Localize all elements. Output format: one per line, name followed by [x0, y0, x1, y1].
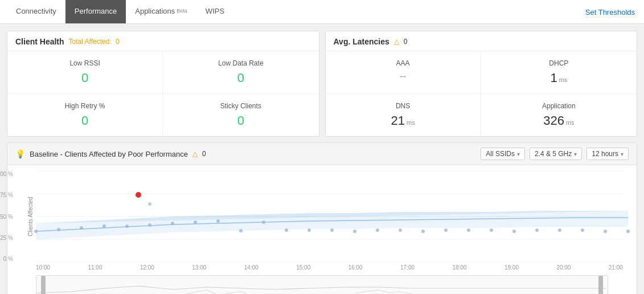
avg-latencies-grid: AAA -- DHCP 1 ms DNS 21 — [326, 51, 637, 136]
svg-point-26 — [421, 230, 425, 233]
beta-badge: Beta — [177, 8, 187, 14]
lat-cell-dns: DNS 21 ms — [326, 94, 481, 136]
svg-point-34 — [604, 230, 607, 233]
main-content: Client Health Total Affected: 0 Low RSSI… — [0, 24, 644, 294]
baseline-title: Baseline - Clients Affected by Poor Perf… — [30, 150, 188, 158]
baseline-panel: 💡 Baseline - Clients Affected by Poor Pe… — [7, 142, 637, 294]
ch-cell-sticky-clients: Sticky Clients 0 — [163, 94, 318, 136]
ch-cell-low-rssi: Low RSSI 0 — [7, 51, 163, 94]
svg-point-11 — [125, 224, 129, 228]
svg-point-27 — [444, 228, 448, 232]
avg-latencies-header: Avg. Latencies △ 0 — [326, 31, 637, 51]
svg-point-7 — [34, 230, 38, 233]
svg-point-33 — [581, 228, 584, 232]
filter-time[interactable]: 12 hours — [586, 148, 629, 160]
tab-wips[interactable]: WIPS — [196, 0, 233, 23]
svg-point-15 — [136, 192, 141, 198]
svg-point-30 — [512, 230, 516, 233]
y-ticks: 100 % 75 % 50 % 25 % 0 % — [0, 171, 13, 262]
svg-point-14 — [148, 202, 151, 206]
svg-point-12 — [148, 223, 151, 227]
y-axis-label: Clients Affected — [27, 197, 34, 236]
baseline-filters: All SSIDs 2.4 & 5 GHz 12 hours — [481, 148, 629, 160]
baseline-header: 💡 Baseline - Clients Affected by Poor Pe… — [7, 143, 637, 165]
svg-point-10 — [102, 224, 106, 228]
total-affected-label: Total Affected: 0 — [69, 38, 120, 46]
lat-cell-dhcp: DHCP 1 ms — [481, 51, 637, 94]
svg-point-21 — [307, 228, 311, 232]
avg-latencies-alert-count: 0 — [404, 38, 408, 46]
svg-marker-6 — [36, 211, 628, 239]
filter-frequency[interactable]: 2.4 & 5 GHz — [530, 148, 582, 160]
baseline-alert-count: 0 — [202, 150, 206, 158]
svg-point-29 — [490, 228, 493, 232]
svg-point-19 — [262, 220, 265, 224]
tab-applications[interactable]: Applications Beta — [126, 0, 196, 23]
svg-point-22 — [330, 228, 334, 232]
chart-container: Clients Affected 100 % 75 % 50 % 25 % 0 … — [15, 171, 629, 262]
avg-latencies-panel: Avg. Latencies △ 0 AAA -- DHCP 1 ms — [325, 31, 638, 137]
svg-point-8 — [57, 228, 60, 231]
svg-point-32 — [558, 228, 561, 232]
client-health-title: Client Health — [15, 37, 64, 46]
lat-cell-aaa: AAA -- — [326, 51, 481, 94]
svg-point-18 — [239, 229, 243, 232]
svg-point-9 — [80, 226, 83, 230]
baseline-alert-icon: △ — [192, 150, 198, 158]
chart-area: Clients Affected 100 % 75 % 50 % 25 % 0 … — [7, 165, 637, 273]
top-nav: Connectivity Performance Applications Be… — [0, 0, 644, 24]
filter-ssids[interactable]: All SSIDs — [481, 148, 525, 160]
lightbulb-icon: 💡 — [15, 149, 25, 158]
svg-point-23 — [353, 230, 356, 233]
tab-performance[interactable]: Performance — [65, 0, 126, 23]
svg-point-28 — [467, 228, 470, 232]
svg-point-35 — [626, 230, 630, 233]
set-thresholds-link[interactable]: Set Thresholds — [585, 7, 635, 16]
svg-point-25 — [399, 228, 402, 232]
svg-point-16 — [194, 220, 197, 224]
top-row: Client Health Total Affected: 0 Low RSSI… — [7, 31, 637, 137]
client-health-grid: Low RSSI 0 Low Data Rate 0 High Retry % … — [7, 51, 319, 136]
lat-cell-application: Application 326 ms — [481, 94, 637, 136]
minimap-handle-left[interactable] — [41, 276, 46, 294]
client-health-header: Client Health Total Affected: 0 — [7, 31, 319, 51]
chart-svg — [36, 171, 623, 262]
x-axis: 10:00 11:00 12:00 13:00 14:00 15:00 16:0… — [36, 262, 623, 271]
minimap-svg — [36, 276, 608, 294]
minimap[interactable] — [36, 275, 608, 294]
svg-point-31 — [535, 228, 539, 232]
minimap-handle-right[interactable] — [598, 276, 603, 294]
tab-connectivity[interactable]: Connectivity — [7, 0, 65, 23]
client-health-panel: Client Health Total Affected: 0 Low RSSI… — [7, 31, 319, 137]
avg-latencies-title: Avg. Latencies — [334, 37, 389, 46]
svg-point-24 — [376, 228, 379, 232]
ch-cell-high-retry: High Retry % 0 — [7, 94, 163, 136]
svg-point-17 — [216, 219, 220, 223]
svg-point-13 — [171, 222, 174, 225]
ch-cell-low-data-rate: Low Data Rate 0 — [163, 51, 318, 94]
alert-triangle-icon: △ — [394, 38, 399, 46]
svg-point-20 — [285, 228, 288, 232]
